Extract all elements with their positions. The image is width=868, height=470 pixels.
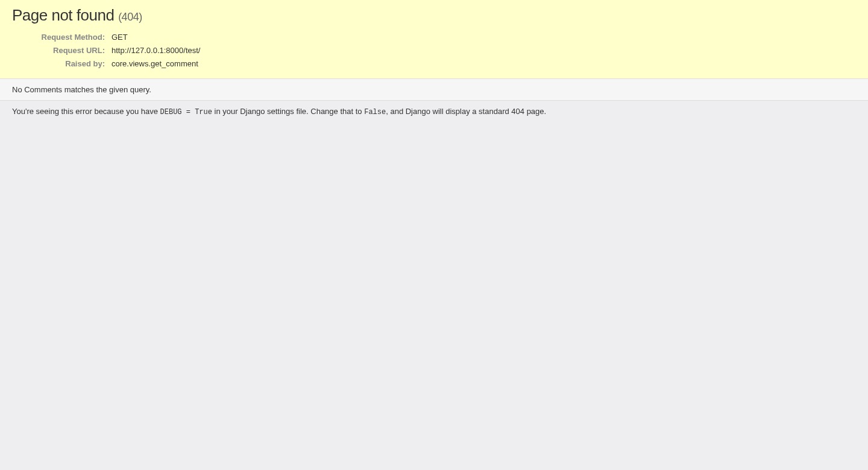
false-code: False xyxy=(364,108,386,116)
table-row: Request URL: http://127.0.0.1:8000/test/ xyxy=(12,44,203,57)
explanation-section: You're seeing this error because you hav… xyxy=(0,101,868,122)
status-code: (404) xyxy=(118,11,142,23)
info-section: No Comments matches the given query. xyxy=(0,79,868,101)
request-url-label: Request URL: xyxy=(12,44,108,57)
raised-by-label: Raised by: xyxy=(12,57,108,71)
explanation-part1: You're seeing this error because you hav… xyxy=(12,107,160,116)
request-method-label: Request Method: xyxy=(12,31,108,44)
explanation-text: You're seeing this error because you hav… xyxy=(12,107,856,116)
table-row: Raised by: core.views.get_comment xyxy=(12,57,203,71)
page-title: Page not found (404) xyxy=(12,6,856,25)
title-text: Page not found xyxy=(12,6,114,24)
request-method-value: GET xyxy=(108,31,203,44)
raised-by-value: core.views.get_comment xyxy=(108,57,203,71)
request-url-value: http://127.0.0.1:8000/test/ xyxy=(108,44,203,57)
info-message: No Comments matches the given query. xyxy=(12,85,856,94)
debug-code: DEBUG = True xyxy=(160,108,212,116)
summary-banner: Page not found (404) Request Method: GET… xyxy=(0,0,868,79)
explanation-part3: , and Django will display a standard 404… xyxy=(386,107,546,116)
explanation-part2: in your Django settings file. Change tha… xyxy=(212,107,364,116)
table-row: Request Method: GET xyxy=(12,31,203,44)
request-meta-table: Request Method: GET Request URL: http://… xyxy=(12,31,203,71)
